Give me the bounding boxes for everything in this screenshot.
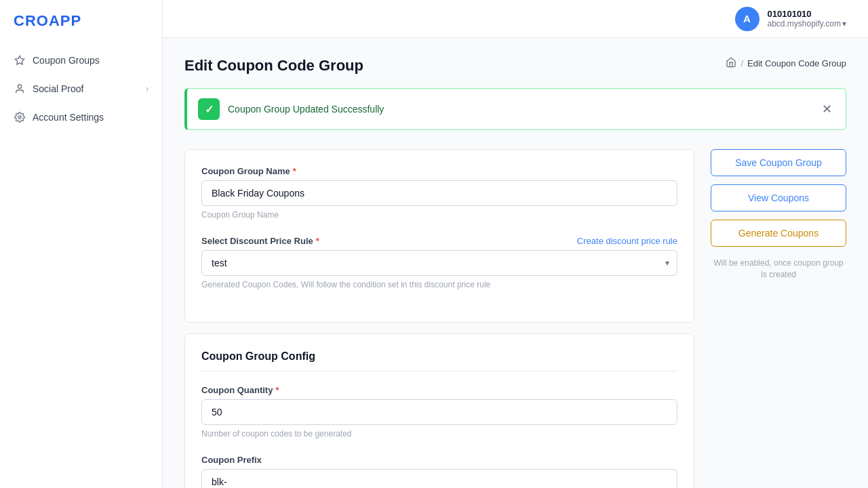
user-info: 010101010 abcd.myshopify.com ▾	[768, 9, 847, 28]
page-title: Edit Coupon Code Group	[184, 57, 363, 75]
sidebar-item-social-proof[interactable]: Social Proof ›	[0, 75, 162, 103]
breadcrumb-current: Edit Coupon Code Group	[747, 58, 846, 68]
breadcrumb-separator: /	[741, 58, 743, 68]
topbar: A 010101010 abcd.myshopify.com ▾	[163, 0, 868, 38]
sidebar-nav: Coupon Groups Social Proof › Account Set…	[0, 46, 162, 131]
coupon-group-name-label: Coupon Group Name *	[201, 166, 677, 176]
coupon-group-name-input[interactable]	[201, 180, 677, 206]
coupon-quantity-label: Coupon Quantity *	[201, 385, 677, 395]
coupon-group-name-section: Coupon Group Name * Coupon Group Name Se…	[184, 149, 694, 323]
success-icon: ✓	[198, 98, 220, 120]
form-section: Coupon Group Name * Coupon Group Name Se…	[184, 149, 694, 488]
user-id: 010101010	[768, 9, 812, 19]
save-coupon-group-button[interactable]: Save Coupon Group	[711, 149, 846, 176]
coupon-group-name-hint: Coupon Group Name	[201, 210, 677, 220]
coupon-quantity-hint: Number of coupon codes to be generated	[201, 429, 677, 439]
page-content: Edit Coupon Code Group / Edit Coupon Cod…	[163, 38, 868, 488]
config-section-title: Coupon Group Config	[201, 350, 677, 371]
discount-price-rule-group: Select Discount Price Rule * Create disc…	[201, 236, 677, 289]
gear-icon	[14, 111, 26, 123]
right-actions: Save Coupon Group View Coupons Generate …	[711, 149, 846, 488]
create-discount-link[interactable]: Create discount price rule	[577, 236, 677, 246]
discount-price-rule-select[interactable]: test	[201, 250, 677, 276]
brand-logo: CROAPP	[0, 0, 162, 46]
coupon-quantity-group: Coupon Quantity * Number of coupon codes…	[201, 385, 677, 439]
generate-coupons-button[interactable]: Generate Coupons	[711, 220, 846, 247]
chevron-down-icon: ▾	[842, 19, 846, 28]
sidebar-item-label: Social Proof	[33, 83, 83, 94]
close-banner-button[interactable]: ✕	[819, 102, 835, 117]
sidebar-item-coupon-groups[interactable]: Coupon Groups	[0, 46, 162, 75]
svg-point-1	[18, 85, 21, 88]
success-banner: ✓ Coupon Group Updated Successfully ✕	[184, 88, 846, 130]
required-indicator: *	[316, 236, 319, 246]
home-icon[interactable]	[726, 57, 736, 70]
chevron-right-icon: ›	[146, 84, 149, 94]
sidebar: CROAPP Coupon Groups Social Proof ›	[0, 0, 163, 488]
discount-hint: Generated Coupon Codes, Will follow the …	[201, 280, 677, 289]
coupon-quantity-input[interactable]	[201, 399, 677, 425]
svg-marker-0	[15, 56, 24, 64]
required-indicator: *	[275, 385, 279, 395]
page-header: Edit Coupon Code Group / Edit Coupon Cod…	[184, 57, 846, 75]
form-row-top: Select Discount Price Rule * Create disc…	[201, 236, 677, 246]
coupon-prefix-input[interactable]	[201, 469, 677, 488]
sidebar-item-account-settings[interactable]: Account Settings	[0, 103, 162, 131]
coupon-prefix-label: Coupon Prefix	[201, 455, 677, 465]
avatar: A	[735, 7, 760, 31]
main-content: A 010101010 abcd.myshopify.com ▾ Edit Co…	[163, 0, 868, 488]
user-icon	[14, 83, 26, 95]
coupon-prefix-group: Coupon Prefix Any prefix you want the co…	[201, 455, 677, 488]
success-message: Coupon Group Updated Successfully	[228, 104, 384, 115]
generate-note: Will be enabled, once coupon group is cr…	[711, 258, 846, 281]
breadcrumb: / Edit Coupon Code Group	[726, 57, 846, 70]
star-icon	[14, 54, 26, 66]
discount-select-wrapper: test ▾	[201, 250, 677, 276]
user-store[interactable]: abcd.myshopify.com ▾	[768, 19, 847, 28]
content-grid: Coupon Group Name * Coupon Group Name Se…	[184, 149, 846, 488]
discount-price-rule-label: Select Discount Price Rule *	[201, 236, 319, 246]
coupon-config-section: Coupon Group Config Coupon Quantity * Nu…	[184, 333, 694, 488]
sidebar-item-label: Coupon Groups	[33, 55, 100, 66]
required-indicator: *	[293, 166, 296, 176]
view-coupons-button[interactable]: View Coupons	[711, 184, 846, 211]
sidebar-item-label: Account Settings	[33, 112, 104, 123]
success-banner-left: ✓ Coupon Group Updated Successfully	[198, 98, 384, 120]
svg-point-2	[18, 116, 21, 119]
coupon-group-name-group: Coupon Group Name * Coupon Group Name	[201, 166, 677, 220]
